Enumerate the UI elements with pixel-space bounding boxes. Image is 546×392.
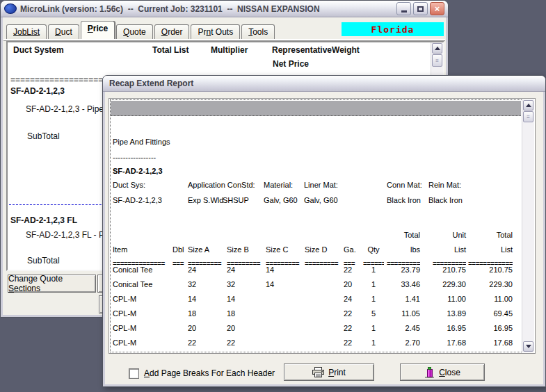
table-cell: 23.79 bbox=[378, 266, 420, 274]
scroll-up-button[interactable] bbox=[432, 43, 442, 54]
print-button[interactable]: Print bbox=[284, 364, 374, 381]
column-header-representative-weight: RepresentativeWeight bbox=[272, 45, 360, 55]
main-titlebar[interactable]: MicroLink (version: 1.56c) -- Current Jo… bbox=[1, 1, 448, 17]
report-section-name: SF-AD-2-1,2,3 bbox=[113, 167, 163, 175]
print-label: Print bbox=[328, 368, 346, 377]
exit-door-icon bbox=[424, 367, 435, 378]
tab-duct[interactable]: Duct bbox=[48, 24, 79, 39]
table-row: CPL-M20202212.4516.9516.95 bbox=[109, 324, 527, 334]
table-cell: CPL-M bbox=[113, 338, 170, 347]
table-cell: 20 bbox=[344, 280, 362, 288]
report-group-rule: ----------------- bbox=[113, 153, 156, 161]
meta-label: Application ConStd: bbox=[188, 181, 255, 189]
table-cell: lbs bbox=[378, 245, 420, 254]
microlink-logo-icon bbox=[4, 3, 17, 14]
close-window-button[interactable]: × bbox=[430, 2, 444, 15]
maximize-button[interactable] bbox=[413, 2, 428, 15]
table-row: Conical Tee24241422123.79210.75210.75 bbox=[109, 266, 527, 275]
maximize-icon bbox=[417, 6, 424, 12]
table-cell: Unit bbox=[424, 231, 466, 239]
close-label: Close bbox=[439, 368, 460, 377]
section-subtotal: SubTotal bbox=[27, 131, 60, 141]
tab-tools[interactable]: Tools bbox=[241, 24, 275, 39]
add-page-breaks-checkbox[interactable] bbox=[129, 368, 139, 379]
column-header-duct-system: Duct System bbox=[13, 45, 64, 55]
table-header-top-row: TotalUnitTotal bbox=[109, 231, 527, 240]
table-cell: 2.70 bbox=[378, 338, 420, 347]
tab-quote[interactable]: Quote bbox=[116, 24, 153, 39]
table-cell: 20 bbox=[227, 324, 262, 332]
table-cell: 24 bbox=[227, 266, 262, 274]
tab-price[interactable]: Price bbox=[81, 21, 115, 39]
tab-label: ools bbox=[252, 27, 268, 37]
column-header-net-price: Net Price bbox=[273, 59, 309, 69]
minimize-button[interactable] bbox=[396, 2, 411, 15]
close-icon: × bbox=[435, 4, 440, 13]
table-cell: Conical Tee bbox=[113, 266, 170, 274]
table-cell: Total bbox=[378, 231, 420, 239]
table-cell: 22 bbox=[344, 324, 362, 332]
tab-label: uct bbox=[61, 27, 72, 37]
region-label: Florida bbox=[342, 22, 444, 36]
table-cell: 24 bbox=[344, 295, 362, 303]
table-cell: 14 bbox=[188, 295, 223, 303]
table-cell: Size C bbox=[266, 245, 300, 254]
report-group-title: Pipe And Fittings bbox=[113, 138, 170, 146]
desktop: MicroLink (version: 1.56c) -- Current Jo… bbox=[0, 0, 546, 392]
tab-joblist[interactable]: JobList bbox=[6, 24, 47, 39]
scrollbar-thumb[interactable]: ≡ bbox=[523, 111, 533, 122]
table-cell: Size D bbox=[305, 245, 339, 254]
change-quote-sections-button[interactable]: Change Quote Sections bbox=[8, 275, 96, 293]
window-controls: × bbox=[396, 2, 444, 15]
table-cell: Total bbox=[468, 231, 513, 239]
tab-label: P bbox=[88, 24, 93, 33]
table-row: CPL-M14142411.4111.0011.00 bbox=[109, 295, 527, 304]
close-button[interactable]: Close bbox=[400, 364, 485, 381]
section-subtotal: SubTotal bbox=[27, 256, 60, 266]
report-selected-band[interactable] bbox=[111, 101, 521, 116]
table-cell: List bbox=[468, 245, 513, 254]
scrollbar-thumb[interactable]: ≡ bbox=[432, 54, 442, 67]
table-cell: Conical Tee bbox=[113, 280, 170, 288]
section-detail: SF-AD-2-1,2,3 - Pipe Ar bbox=[26, 104, 114, 114]
table-cell: 32 bbox=[227, 280, 262, 288]
table-cell: 11.00 bbox=[468, 295, 513, 303]
table-cell: 11.00 bbox=[424, 295, 466, 303]
table-cell: 16.95 bbox=[424, 324, 466, 332]
table-cell: 32 bbox=[188, 280, 223, 288]
dialog-titlebar[interactable]: Recap Extend Report bbox=[103, 76, 545, 92]
tab-label: rder bbox=[168, 27, 182, 37]
meta-value: SHSUP bbox=[223, 196, 249, 204]
table-cell: 22 bbox=[188, 338, 223, 347]
meta-value: Galv, G60 bbox=[264, 196, 298, 204]
table-cell: 18 bbox=[188, 309, 223, 318]
tab-order[interactable]: Order bbox=[154, 24, 190, 39]
tab-label: rice bbox=[93, 24, 108, 33]
meta-value: SF-AD-2-1,2,3 bbox=[113, 196, 162, 204]
table-cell: 1.41 bbox=[378, 295, 420, 303]
table-cell: 17.68 bbox=[468, 338, 513, 347]
table-cell: 17.68 bbox=[424, 338, 466, 347]
meta-value: Black Iron bbox=[428, 196, 463, 204]
meta-value: Black Iron bbox=[387, 196, 421, 204]
recap-extend-report-dialog: Recap Extend Report Pipe And Fittings --… bbox=[102, 75, 546, 387]
table-cell: 20 bbox=[188, 324, 223, 332]
table-row: Conical Tee32321420133.46229.30229.30 bbox=[109, 280, 527, 290]
dialog-title: Recap Extend Report bbox=[109, 79, 193, 88]
table-cell: CPL-M bbox=[113, 309, 170, 318]
tab-label: Pr bbox=[198, 27, 206, 37]
table-cell: Size A bbox=[188, 245, 223, 254]
tab-label: O bbox=[161, 27, 168, 37]
tab-label: t Outs bbox=[211, 27, 233, 37]
scroll-up-button[interactable] bbox=[523, 100, 533, 111]
change-quote-sections-label: Change Quote Sections bbox=[8, 274, 95, 293]
scroll-up-icon bbox=[526, 104, 531, 107]
tab-bar: JobListDuctPriceQuoteOrderPrnt OutsTools bbox=[6, 23, 275, 39]
tab-prnt-outs[interactable]: Prnt Outs bbox=[191, 24, 240, 39]
meta-value: Exp S.Wld bbox=[188, 196, 223, 204]
meta-label: Duct Sys: bbox=[113, 181, 145, 189]
table-cell: Ga. bbox=[344, 245, 362, 254]
table-cell: 14 bbox=[266, 280, 300, 288]
table-cell: CPL-M bbox=[113, 295, 170, 303]
report-viewport[interactable]: Pipe And Fittings ----------------- SF-A… bbox=[109, 98, 536, 354]
